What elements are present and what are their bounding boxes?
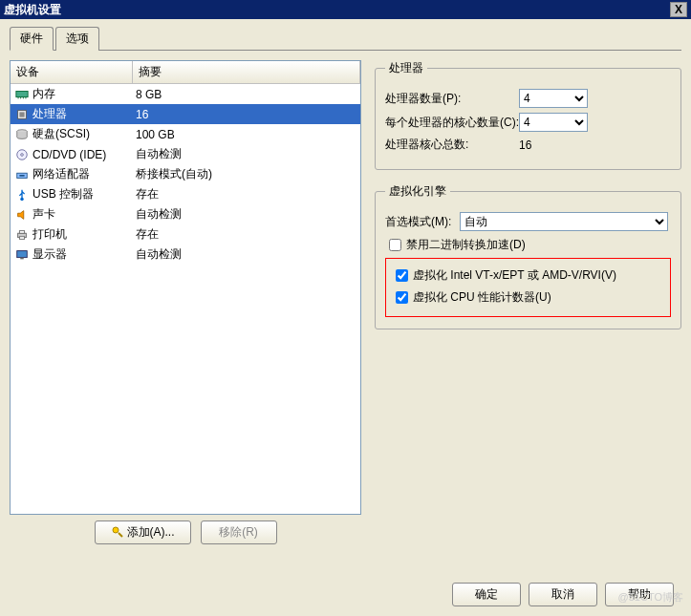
device-summary: 自动检测	[136, 146, 356, 162]
cpu-counters-label: 虚拟化 CPU 性能计数器(U)	[413, 289, 551, 306]
col-device[interactable]: 设备	[11, 61, 133, 83]
list-header: 设备 摘要	[11, 61, 360, 84]
device-name: 声卡	[32, 206, 136, 223]
cpu-cores-select[interactable]: 4	[519, 113, 588, 132]
binary-accel-label: 禁用二进制转换加速(D)	[406, 237, 526, 253]
device-summary: 100 GB	[136, 128, 356, 141]
cpu-icon	[14, 107, 30, 122]
device-summary: 存在	[136, 186, 356, 202]
device-summary: 自动检测	[136, 206, 356, 223]
disk-icon	[14, 127, 30, 142]
add-icon	[111, 525, 124, 539]
device-summary: 存在	[136, 226, 356, 243]
virtualization-group: 虚拟化引擎 首选模式(M): 自动 禁用二进制转换加速(D) 虚拟化 Intel…	[375, 183, 681, 329]
svg-point-18	[113, 527, 119, 533]
cpu-total-value: 16	[519, 138, 531, 152]
svg-rect-3	[23, 96, 24, 98]
virt-mode-label: 首选模式(M):	[385, 214, 460, 230]
vtx-label: 虚拟化 Intel VT-x/EPT 或 AMD-V/RVI(V)	[413, 267, 616, 284]
svg-rect-1	[18, 96, 19, 98]
svg-rect-2	[20, 96, 21, 98]
list-item[interactable]: 声卡 自动检测	[11, 204, 360, 224]
cpu-cores-label: 每个处理器的核心数量(C):	[385, 115, 519, 131]
svg-rect-17	[20, 257, 24, 259]
list-item[interactable]: 内存 8 GB	[11, 84, 360, 104]
svg-rect-0	[16, 91, 28, 96]
device-name: 处理器	[32, 106, 136, 122]
svg-rect-4	[26, 96, 27, 98]
svg-rect-14	[19, 230, 24, 233]
cpu-count-select[interactable]: 4	[519, 89, 588, 108]
window-title: 虚拟机设置	[4, 2, 61, 18]
device-summary: 16	[136, 108, 356, 121]
svg-rect-15	[19, 236, 24, 239]
memory-icon	[14, 87, 30, 102]
device-name: CD/DVD (IDE)	[32, 148, 136, 161]
svg-rect-16	[17, 250, 28, 257]
device-name: 网络适配器	[32, 166, 136, 182]
cancel-button[interactable]: 取消	[529, 583, 597, 606]
highlight-region: 虚拟化 Intel VT-x/EPT 或 AMD-V/RVI(V) 虚拟化 CP…	[385, 258, 671, 317]
list-item[interactable]: 显示器 自动检测	[11, 244, 360, 265]
cd-icon	[14, 147, 30, 162]
svg-rect-11	[19, 175, 24, 177]
device-name: 硬盘(SCSI)	[32, 126, 136, 142]
add-button[interactable]: 添加(A)...	[95, 520, 191, 544]
svg-point-12	[20, 197, 24, 201]
list-item[interactable]: 打印机 存在	[11, 224, 360, 244]
vtx-checkbox[interactable]	[396, 269, 408, 282]
processor-group: 处理器 处理器数量(P): 4 每个处理器的核心数量(C): 4 处理器核心总数…	[375, 60, 681, 170]
device-name: 打印机	[32, 226, 136, 243]
remove-button[interactable]: 移除(R)	[201, 520, 277, 544]
virtualization-legend: 虚拟化引擎	[385, 183, 450, 200]
cpu-count-label: 处理器数量(P):	[385, 91, 519, 107]
device-summary: 自动检测	[136, 246, 356, 263]
svg-rect-6	[19, 112, 24, 117]
display-icon	[14, 247, 30, 263]
device-summary: 8 GB	[136, 88, 356, 101]
close-icon[interactable]: X	[670, 2, 687, 17]
device-name: 内存	[32, 86, 136, 102]
cpu-total-label: 处理器核心总数:	[385, 137, 519, 153]
list-item[interactable]: 硬盘(SCSI) 100 GB	[11, 124, 360, 144]
tab-hardware[interactable]: 硬件	[10, 27, 54, 51]
list-item[interactable]: USB 控制器 存在	[11, 184, 360, 204]
device-summary: 桥接模式(自动)	[136, 166, 356, 182]
svg-point-9	[21, 153, 24, 156]
sound-icon	[14, 207, 30, 223]
processor-legend: 处理器	[385, 60, 427, 76]
cpu-counters-checkbox[interactable]	[396, 291, 408, 304]
col-summary[interactable]: 摘要	[133, 61, 360, 83]
device-name: USB 控制器	[32, 186, 136, 202]
virt-mode-select[interactable]: 自动	[460, 212, 668, 231]
binary-accel-checkbox[interactable]	[389, 239, 401, 251]
printer-icon	[14, 227, 30, 243]
tab-bar: 硬件 选项	[10, 27, 681, 51]
ok-button[interactable]: 确定	[452, 583, 521, 606]
list-item[interactable]: CD/DVD (IDE) 自动检测	[11, 144, 360, 164]
help-button[interactable]: 帮助	[605, 583, 674, 606]
list-item[interactable]: 处理器 16	[11, 104, 360, 124]
tab-options[interactable]: 选项	[55, 27, 99, 51]
device-name: 显示器	[32, 246, 136, 263]
dialog-footer: 确定 取消 帮助	[452, 583, 674, 606]
dialog-content: 硬件 选项 设备 摘要 内存 8 GB 处理器	[0, 19, 691, 616]
list-item[interactable]: 网络适配器 桥接模式(自动)	[11, 164, 360, 184]
usb-icon	[14, 187, 30, 202]
device-list[interactable]: 设备 摘要 内存 8 GB 处理器 16	[10, 60, 361, 515]
network-icon	[14, 167, 30, 182]
title-bar: 虚拟机设置 X	[0, 0, 691, 19]
